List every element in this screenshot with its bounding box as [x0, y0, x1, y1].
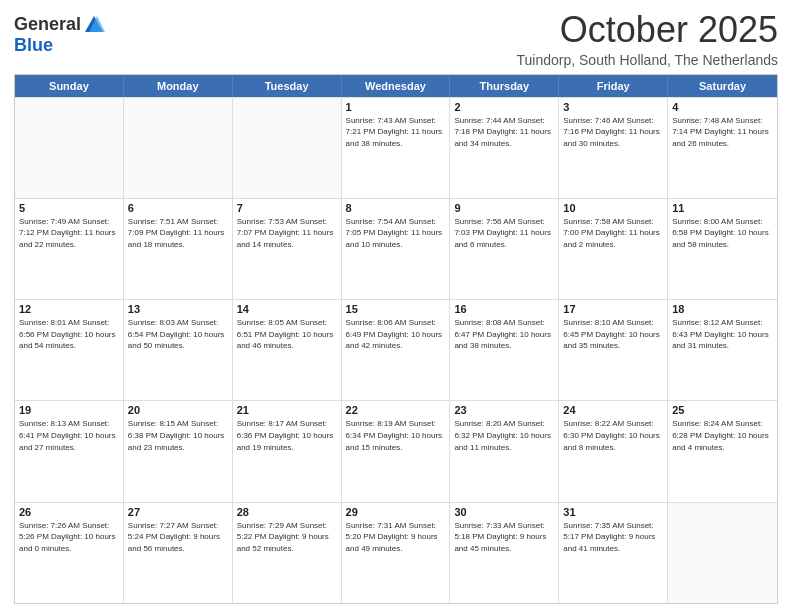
cell-info: Sunrise: 8:01 AM Sunset: 6:56 PM Dayligh… — [19, 317, 119, 352]
day-number: 4 — [672, 101, 773, 113]
day-number: 9 — [454, 202, 554, 214]
calendar-cell-13: 13Sunrise: 8:03 AM Sunset: 6:54 PM Dayli… — [124, 300, 233, 400]
cell-info: Sunrise: 7:46 AM Sunset: 7:16 PM Dayligh… — [563, 115, 663, 150]
day-number: 26 — [19, 506, 119, 518]
calendar: SundayMondayTuesdayWednesdayThursdayFrid… — [14, 74, 778, 604]
cell-info: Sunrise: 7:54 AM Sunset: 7:05 PM Dayligh… — [346, 216, 446, 251]
cell-info: Sunrise: 8:15 AM Sunset: 6:38 PM Dayligh… — [128, 418, 228, 453]
calendar-row-1: 5Sunrise: 7:49 AM Sunset: 7:12 PM Daylig… — [15, 198, 777, 299]
logo-icon — [83, 14, 105, 36]
day-number: 14 — [237, 303, 337, 315]
cell-info: Sunrise: 8:03 AM Sunset: 6:54 PM Dayligh… — [128, 317, 228, 352]
location: Tuindorp, South Holland, The Netherlands — [517, 52, 779, 68]
weekday-header-sunday: Sunday — [15, 75, 124, 97]
day-number: 1 — [346, 101, 446, 113]
cell-info: Sunrise: 7:44 AM Sunset: 7:18 PM Dayligh… — [454, 115, 554, 150]
cell-info: Sunrise: 7:48 AM Sunset: 7:14 PM Dayligh… — [672, 115, 773, 150]
cell-info: Sunrise: 7:43 AM Sunset: 7:21 PM Dayligh… — [346, 115, 446, 150]
day-number: 30 — [454, 506, 554, 518]
calendar-cell-21: 21Sunrise: 8:17 AM Sunset: 6:36 PM Dayli… — [233, 401, 342, 501]
day-number: 5 — [19, 202, 119, 214]
cell-info: Sunrise: 7:29 AM Sunset: 5:22 PM Dayligh… — [237, 520, 337, 555]
weekday-header-thursday: Thursday — [450, 75, 559, 97]
title-block: October 2025 Tuindorp, South Holland, Th… — [517, 10, 779, 68]
day-number: 31 — [563, 506, 663, 518]
day-number: 15 — [346, 303, 446, 315]
day-number: 2 — [454, 101, 554, 113]
cell-info: Sunrise: 8:17 AM Sunset: 6:36 PM Dayligh… — [237, 418, 337, 453]
cell-info: Sunrise: 8:20 AM Sunset: 6:32 PM Dayligh… — [454, 418, 554, 453]
calendar-cell-24: 24Sunrise: 8:22 AM Sunset: 6:30 PM Dayli… — [559, 401, 668, 501]
calendar-row-2: 12Sunrise: 8:01 AM Sunset: 6:56 PM Dayli… — [15, 299, 777, 400]
calendar-cell-25: 25Sunrise: 8:24 AM Sunset: 6:28 PM Dayli… — [668, 401, 777, 501]
calendar-cell-28: 28Sunrise: 7:29 AM Sunset: 5:22 PM Dayli… — [233, 503, 342, 603]
day-number: 22 — [346, 404, 446, 416]
calendar-cell-1: 1Sunrise: 7:43 AM Sunset: 7:21 PM Daylig… — [342, 98, 451, 198]
calendar-row-3: 19Sunrise: 8:13 AM Sunset: 6:41 PM Dayli… — [15, 400, 777, 501]
day-number: 3 — [563, 101, 663, 113]
calendar-cell-11: 11Sunrise: 8:00 AM Sunset: 6:58 PM Dayli… — [668, 199, 777, 299]
day-number: 21 — [237, 404, 337, 416]
calendar-cell-5: 5Sunrise: 7:49 AM Sunset: 7:12 PM Daylig… — [15, 199, 124, 299]
cell-info: Sunrise: 8:08 AM Sunset: 6:47 PM Dayligh… — [454, 317, 554, 352]
calendar-cell-10: 10Sunrise: 7:58 AM Sunset: 7:00 PM Dayli… — [559, 199, 668, 299]
cell-info: Sunrise: 8:05 AM Sunset: 6:51 PM Dayligh… — [237, 317, 337, 352]
cell-info: Sunrise: 7:58 AM Sunset: 7:00 PM Dayligh… — [563, 216, 663, 251]
logo: General Blue — [14, 14, 105, 56]
calendar-cell-2: 2Sunrise: 7:44 AM Sunset: 7:18 PM Daylig… — [450, 98, 559, 198]
calendar-cell-empty-0-0 — [15, 98, 124, 198]
weekday-header-tuesday: Tuesday — [233, 75, 342, 97]
day-number: 11 — [672, 202, 773, 214]
weekday-header-saturday: Saturday — [668, 75, 777, 97]
cell-info: Sunrise: 7:56 AM Sunset: 7:03 PM Dayligh… — [454, 216, 554, 251]
calendar-cell-31: 31Sunrise: 7:35 AM Sunset: 5:17 PM Dayli… — [559, 503, 668, 603]
cell-info: Sunrise: 7:27 AM Sunset: 5:24 PM Dayligh… — [128, 520, 228, 555]
weekday-header-monday: Monday — [124, 75, 233, 97]
day-number: 20 — [128, 404, 228, 416]
cell-info: Sunrise: 8:22 AM Sunset: 6:30 PM Dayligh… — [563, 418, 663, 453]
day-number: 24 — [563, 404, 663, 416]
cell-info: Sunrise: 8:24 AM Sunset: 6:28 PM Dayligh… — [672, 418, 773, 453]
cell-info: Sunrise: 8:12 AM Sunset: 6:43 PM Dayligh… — [672, 317, 773, 352]
calendar-body: 1Sunrise: 7:43 AM Sunset: 7:21 PM Daylig… — [15, 97, 777, 603]
calendar-cell-empty-0-1 — [124, 98, 233, 198]
calendar-cell-18: 18Sunrise: 8:12 AM Sunset: 6:43 PM Dayli… — [668, 300, 777, 400]
calendar-cell-3: 3Sunrise: 7:46 AM Sunset: 7:16 PM Daylig… — [559, 98, 668, 198]
cell-info: Sunrise: 7:26 AM Sunset: 5:26 PM Dayligh… — [19, 520, 119, 555]
cell-info: Sunrise: 8:06 AM Sunset: 6:49 PM Dayligh… — [346, 317, 446, 352]
cell-info: Sunrise: 8:13 AM Sunset: 6:41 PM Dayligh… — [19, 418, 119, 453]
calendar-cell-22: 22Sunrise: 8:19 AM Sunset: 6:34 PM Dayli… — [342, 401, 451, 501]
calendar-cell-23: 23Sunrise: 8:20 AM Sunset: 6:32 PM Dayli… — [450, 401, 559, 501]
calendar-cell-30: 30Sunrise: 7:33 AM Sunset: 5:18 PM Dayli… — [450, 503, 559, 603]
cell-info: Sunrise: 8:10 AM Sunset: 6:45 PM Dayligh… — [563, 317, 663, 352]
cell-info: Sunrise: 8:19 AM Sunset: 6:34 PM Dayligh… — [346, 418, 446, 453]
calendar-cell-12: 12Sunrise: 8:01 AM Sunset: 6:56 PM Dayli… — [15, 300, 124, 400]
header: General Blue October 2025 Tuindorp, Sout… — [14, 10, 778, 68]
day-number: 13 — [128, 303, 228, 315]
day-number: 8 — [346, 202, 446, 214]
calendar-cell-27: 27Sunrise: 7:27 AM Sunset: 5:24 PM Dayli… — [124, 503, 233, 603]
calendar-header-row: SundayMondayTuesdayWednesdayThursdayFrid… — [15, 75, 777, 97]
day-number: 6 — [128, 202, 228, 214]
calendar-cell-9: 9Sunrise: 7:56 AM Sunset: 7:03 PM Daylig… — [450, 199, 559, 299]
calendar-cell-17: 17Sunrise: 8:10 AM Sunset: 6:45 PM Dayli… — [559, 300, 668, 400]
day-number: 28 — [237, 506, 337, 518]
day-number: 19 — [19, 404, 119, 416]
day-number: 7 — [237, 202, 337, 214]
day-number: 18 — [672, 303, 773, 315]
page: General Blue October 2025 Tuindorp, Sout… — [0, 0, 792, 612]
calendar-cell-15: 15Sunrise: 8:06 AM Sunset: 6:49 PM Dayli… — [342, 300, 451, 400]
calendar-cell-19: 19Sunrise: 8:13 AM Sunset: 6:41 PM Dayli… — [15, 401, 124, 501]
calendar-cell-16: 16Sunrise: 8:08 AM Sunset: 6:47 PM Dayli… — [450, 300, 559, 400]
cell-info: Sunrise: 7:35 AM Sunset: 5:17 PM Dayligh… — [563, 520, 663, 555]
cell-info: Sunrise: 7:53 AM Sunset: 7:07 PM Dayligh… — [237, 216, 337, 251]
calendar-cell-empty-0-2 — [233, 98, 342, 198]
calendar-row-0: 1Sunrise: 7:43 AM Sunset: 7:21 PM Daylig… — [15, 97, 777, 198]
cell-info: Sunrise: 7:49 AM Sunset: 7:12 PM Dayligh… — [19, 216, 119, 251]
day-number: 23 — [454, 404, 554, 416]
month-title: October 2025 — [517, 10, 779, 50]
cell-info: Sunrise: 7:31 AM Sunset: 5:20 PM Dayligh… — [346, 520, 446, 555]
calendar-cell-6: 6Sunrise: 7:51 AM Sunset: 7:09 PM Daylig… — [124, 199, 233, 299]
cell-info: Sunrise: 7:51 AM Sunset: 7:09 PM Dayligh… — [128, 216, 228, 251]
calendar-cell-empty-4-6 — [668, 503, 777, 603]
